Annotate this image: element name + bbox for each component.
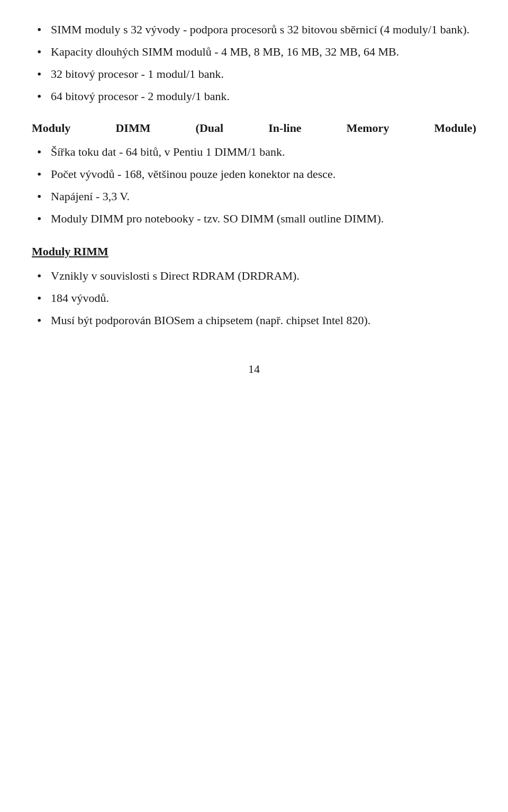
- list-item: Šířka toku dat - 64 bitů, v Pentiu 1 DIM…: [32, 144, 476, 160]
- page-number: 14: [32, 361, 476, 378]
- dimm-bullet-list: Šířka toku dat - 64 bitů, v Pentiu 1 DIM…: [32, 144, 476, 227]
- dimm-heading-col4: In-line: [268, 120, 301, 137]
- rimm-section-heading: Moduly RIMM: [32, 243, 476, 260]
- dimm-heading-col2: DIMM: [115, 120, 150, 137]
- rimm-bullet-list: Vznikly v souvislosti s Direct RDRAM (DR…: [32, 267, 476, 329]
- intro-bullet-list: SIMM moduly s 32 vývody - podpora proces…: [32, 21, 476, 105]
- list-item: SIMM moduly s 32 vývody - podpora proces…: [32, 21, 476, 38]
- list-item: 64 bitový procesor - 2 moduly/1 bank.: [32, 88, 476, 105]
- list-item: Počet vývodů - 168, většinou pouze jeden…: [32, 166, 476, 183]
- list-item: Moduly DIMM pro notebooky - tzv. SO DIMM…: [32, 210, 476, 227]
- dimm-heading-col6: Module): [434, 120, 476, 137]
- dimm-heading-col1: Moduly: [32, 120, 70, 137]
- dimm-heading-col3: (Dual: [196, 120, 224, 137]
- list-item: Vznikly v souvislosti s Direct RDRAM (DR…: [32, 267, 476, 284]
- list-item: 32 bitový procesor - 1 modul/1 bank.: [32, 66, 476, 83]
- list-item: Napájení - 3,3 V.: [32, 188, 476, 205]
- main-content: SIMM moduly s 32 vývody - podpora proces…: [32, 21, 476, 377]
- list-item: 184 vývodů.: [32, 290, 476, 307]
- list-item: Musí být podporován BIOSem a chipsetem (…: [32, 312, 476, 329]
- list-item: Kapacity dlouhých SIMM modulů - 4 MB, 8 …: [32, 43, 476, 60]
- dimm-heading-col5: Memory: [347, 120, 389, 137]
- dimm-section-heading: Moduly DIMM (Dual In-line Memory Module): [32, 120, 476, 137]
